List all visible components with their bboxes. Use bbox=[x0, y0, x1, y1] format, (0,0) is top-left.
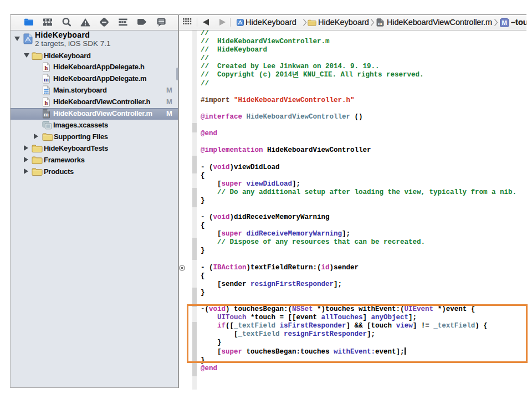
svg-text:h: h bbox=[44, 99, 48, 106]
svg-text:m: m bbox=[44, 111, 49, 117]
svg-text:h: h bbox=[44, 64, 48, 71]
svg-text:m: m bbox=[44, 76, 49, 83]
